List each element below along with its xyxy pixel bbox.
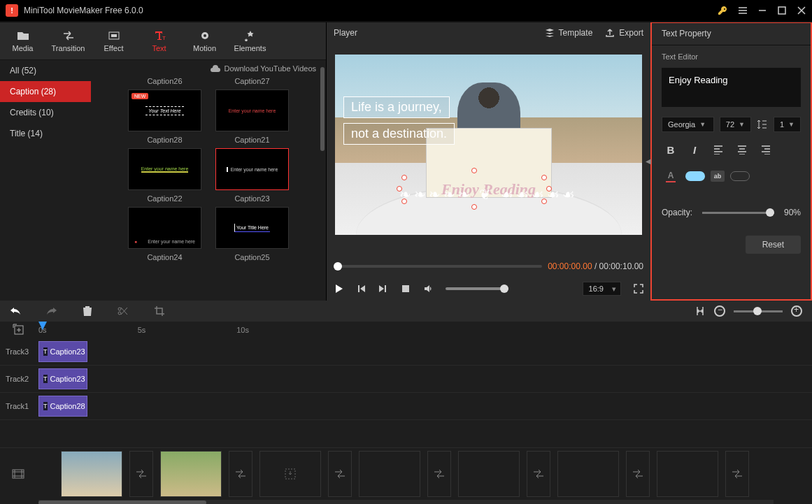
- transition-slot[interactable]: [626, 451, 650, 497]
- timeline-clip[interactable]: TCaption23: [38, 368, 87, 389]
- player-title: Player: [334, 28, 357, 38]
- minimize-button[interactable]: [757, 6, 767, 15]
- menu-icon[interactable]: [738, 6, 748, 15]
- volume-icon[interactable]: [423, 284, 433, 294]
- tab-text[interactable]: T Text: [136, 22, 182, 59]
- crop-button[interactable]: [154, 305, 165, 317]
- transition-slot[interactable]: [229, 451, 252, 497]
- text-content-input[interactable]: Enjoy Reading: [662, 68, 801, 107]
- track-label: Track2: [0, 375, 38, 383]
- sidebar-item-title[interactable]: Title (14): [0, 123, 91, 144]
- svg-rect-8: [13, 470, 24, 478]
- template-caption23[interactable]: Enter your name here: [215, 148, 289, 190]
- align-right-button[interactable]: [757, 141, 775, 159]
- zoom-out-button[interactable]: −: [714, 305, 725, 317]
- text-color-swatch[interactable]: [685, 171, 705, 181]
- timecode: 00:00:00.00 / 00:00:10.00: [548, 261, 643, 271]
- tab-transition[interactable]: Transition: [45, 22, 91, 59]
- play-button[interactable]: [334, 284, 343, 294]
- cloud-download-icon: [211, 64, 220, 73]
- thumb-label: Caption27: [215, 77, 289, 85]
- scrollbar-thumb[interactable]: [320, 67, 325, 151]
- highlight-color-swatch[interactable]: [730, 171, 750, 181]
- timeline-ruler[interactable]: 0s 5s 10s: [0, 322, 812, 338]
- delete-button[interactable]: [83, 305, 92, 317]
- fit-timeline-button[interactable]: [695, 305, 706, 317]
- export-button[interactable]: Export: [605, 28, 643, 38]
- align-left-button[interactable]: [709, 141, 727, 159]
- italic-button[interactable]: I: [685, 141, 704, 159]
- tab-elements[interactable]: Elements: [227, 22, 273, 59]
- media-clip[interactable]: [160, 451, 222, 497]
- zoom-slider[interactable]: [734, 310, 783, 312]
- empty-media-slot[interactable]: [458, 451, 520, 497]
- bold-button[interactable]: B: [662, 141, 680, 159]
- highlight-button[interactable]: ab: [711, 171, 725, 182]
- stop-button[interactable]: [401, 284, 411, 294]
- tab-motion[interactable]: Motion: [182, 22, 227, 59]
- track-row: Track2 TCaption23: [0, 366, 812, 393]
- align-center-button[interactable]: [733, 141, 751, 159]
- template-caption28[interactable]: NEW Your Text Here: [128, 89, 201, 131]
- key-icon[interactable]: [717, 5, 728, 16]
- horizontal-scrollbar[interactable]: [38, 500, 774, 504]
- opacity-slider[interactable]: [702, 212, 774, 214]
- tab-media[interactable]: Media: [0, 22, 45, 59]
- download-youtube-link[interactable]: Download YouTube Videos: [225, 64, 317, 73]
- template-caption25[interactable]: Your Title Here: [215, 207, 289, 249]
- sidebar-item-all[interactable]: All (52): [0, 60, 91, 81]
- zoom-in-button[interactable]: +: [791, 305, 802, 317]
- thumb-label: Caption21: [215, 136, 289, 144]
- transition-slot[interactable]: [725, 451, 749, 497]
- property-header: Text Property: [652, 23, 811, 45]
- sidebar-item-caption[interactable]: Caption (28): [0, 81, 91, 102]
- track-label: Track1: [0, 402, 38, 410]
- empty-media-slot[interactable]: [259, 451, 321, 497]
- transition-slot[interactable]: [328, 451, 352, 497]
- reset-button[interactable]: Reset: [746, 236, 801, 254]
- expand-caret-icon[interactable]: ◀: [646, 157, 651, 165]
- template-caption22[interactable]: Enter your name here: [128, 148, 201, 190]
- empty-media-slot[interactable]: [557, 451, 619, 497]
- fullscreen-button[interactable]: [634, 284, 643, 294]
- sidebar-item-credits[interactable]: Credits (10): [0, 102, 91, 123]
- next-button[interactable]: [378, 284, 388, 294]
- timeline-clip[interactable]: TCaption28: [38, 396, 87, 417]
- track-row: Track1 TCaption28: [0, 393, 812, 420]
- tab-effect[interactable]: Effect: [91, 22, 136, 59]
- empty-media-slot[interactable]: [657, 451, 718, 497]
- preview-canvas[interactable]: Life is a journey, not a destination. En…: [335, 55, 642, 235]
- media-clip[interactable]: [61, 451, 122, 497]
- add-track-button[interactable]: [13, 324, 27, 338]
- seek-bar[interactable]: [334, 265, 542, 268]
- library-panel: Media Transition Effect T Text Motion El…: [0, 22, 327, 301]
- svg-rect-6: [402, 285, 409, 292]
- overlay-text-1[interactable]: Life is a journey,: [343, 96, 450, 118]
- transition-slot[interactable]: [129, 451, 153, 497]
- maximize-button[interactable]: [777, 6, 787, 15]
- font-family-select[interactable]: Georgia▼: [662, 117, 714, 132]
- font-size-select[interactable]: 72▼: [720, 117, 751, 132]
- timeline-clip[interactable]: TCaption23: [38, 341, 87, 362]
- track-label: Track3: [0, 347, 38, 356]
- aspect-ratio-select[interactable]: 16:9: [583, 282, 621, 296]
- template-caption24[interactable]: ● Enter your name here: [128, 207, 201, 249]
- thumb-label: Caption24: [128, 253, 201, 261]
- close-button[interactable]: [797, 6, 806, 15]
- laurel-decoration: ❧❧❧❧❧ ❦ ☙☙☙☙☙: [398, 186, 580, 207]
- empty-media-slot[interactable]: [359, 451, 420, 497]
- transition-slot[interactable]: [427, 451, 451, 497]
- cut-button[interactable]: [117, 305, 129, 317]
- overlay-text-2[interactable]: not a destination.: [343, 123, 455, 145]
- transition-slot[interactable]: [527, 451, 550, 497]
- text-color-button[interactable]: A: [662, 167, 680, 185]
- prev-button[interactable]: [356, 284, 366, 294]
- template-caption21[interactable]: Enter your name here: [215, 89, 289, 131]
- titlebar: ! MiniTool MovieMaker Free 6.0.0: [0, 0, 812, 21]
- text-property-panel: ◀ Text Property Text Editor Enjoy Readin…: [650, 22, 812, 301]
- line-height-select[interactable]: 1▼: [774, 117, 801, 132]
- template-button[interactable]: Template: [545, 28, 593, 38]
- undo-button[interactable]: [10, 306, 21, 316]
- volume-slider[interactable]: [446, 287, 508, 290]
- redo-button[interactable]: [46, 306, 57, 316]
